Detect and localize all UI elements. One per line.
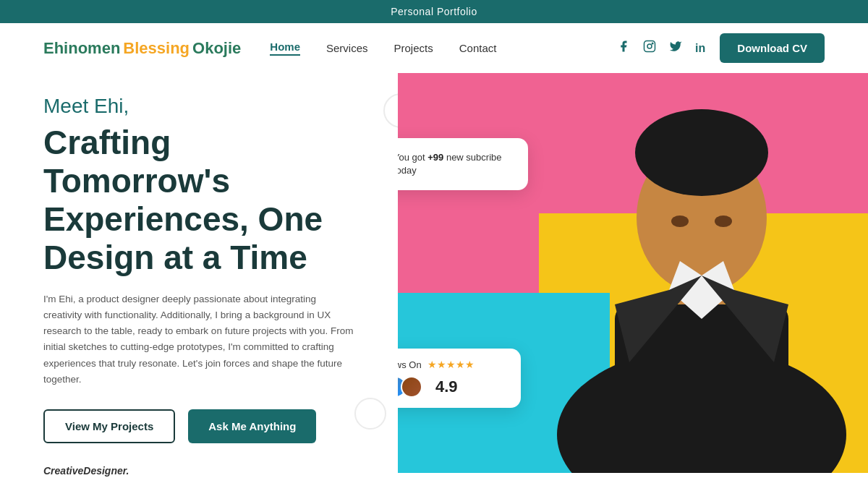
notif-count: +99 <box>427 152 443 163</box>
hero-left: Meet Ehi, Crafting Tomorrow's Experience… <box>0 73 398 473</box>
main-section: Meet Ehi, Crafting Tomorrow's Experience… <box>0 73 868 473</box>
facebook-icon[interactable] <box>617 40 630 56</box>
creative-designer-label: CreativeDesigner. <box>43 465 354 477</box>
svg-point-8 <box>671 215 689 227</box>
svg-point-7 <box>635 109 768 196</box>
rating-number: 4.9 <box>435 377 458 396</box>
designer-word: Designer. <box>83 465 129 477</box>
reviewer-avatars <box>398 376 417 398</box>
social-icons: in <box>617 40 705 56</box>
notif-message: You got +99 new subcribe today <box>398 151 515 177</box>
nav-services[interactable]: Services <box>326 42 368 54</box>
nav-links: Home Services Projects Contact <box>270 40 617 56</box>
ask-anything-button[interactable]: Ask Me Anything <box>188 409 316 443</box>
svg-rect-0 <box>644 41 655 52</box>
reviews-label: 12k Reviews On <box>398 359 422 370</box>
meet-text: Meet Ehi, <box>43 95 354 118</box>
svg-point-9 <box>715 215 732 227</box>
logo: Ehinomen Blessing Okojie <box>43 39 241 58</box>
reviews-card: 12k Reviews On ★★★★★ 4.9 <box>398 349 521 408</box>
hero-title: Crafting Tomorrow's Experiences, One Des… <box>43 124 354 277</box>
view-projects-button[interactable]: View My Projects <box>43 409 175 443</box>
top-banner: Personal Portfolio <box>0 0 868 23</box>
avatar-4 <box>401 376 422 398</box>
svg-point-1 <box>647 44 652 48</box>
reviews-bottom: 4.9 <box>398 376 508 398</box>
logo-part1: Ehinomen <box>43 39 120 58</box>
reviews-header: 12k Reviews On ★★★★★ <box>398 359 508 370</box>
banner-text: Personal Portfolio <box>391 6 477 17</box>
logo-part2: Blessing <box>123 39 190 58</box>
twitter-icon[interactable] <box>669 40 682 56</box>
nav-home[interactable]: Home <box>270 40 300 56</box>
navbar: Ehinomen Blessing Okojie Home Services P… <box>0 23 868 73</box>
hero-person-image <box>557 73 846 473</box>
linkedin-icon[interactable]: in <box>695 42 705 55</box>
nav-contact[interactable]: Contact <box>459 42 497 54</box>
logo-part3: Okojie <box>192 39 241 58</box>
instagram-icon[interactable] <box>643 40 656 56</box>
notification-card: You got +99 new subcribe today <box>398 138 528 190</box>
stars-rating: ★★★★★ <box>427 359 475 370</box>
hero-right: You got +99 new subcribe today 12k Revie… <box>398 73 868 473</box>
creative-word: Creative <box>43 465 83 477</box>
cta-buttons: View My Projects Ask Me Anything <box>43 409 354 443</box>
svg-point-2 <box>652 43 653 44</box>
download-cv-button[interactable]: Download CV <box>720 33 825 63</box>
hero-description: I'm Ehi, a product designer deeply passi… <box>43 291 354 388</box>
nav-projects[interactable]: Projects <box>394 42 433 54</box>
